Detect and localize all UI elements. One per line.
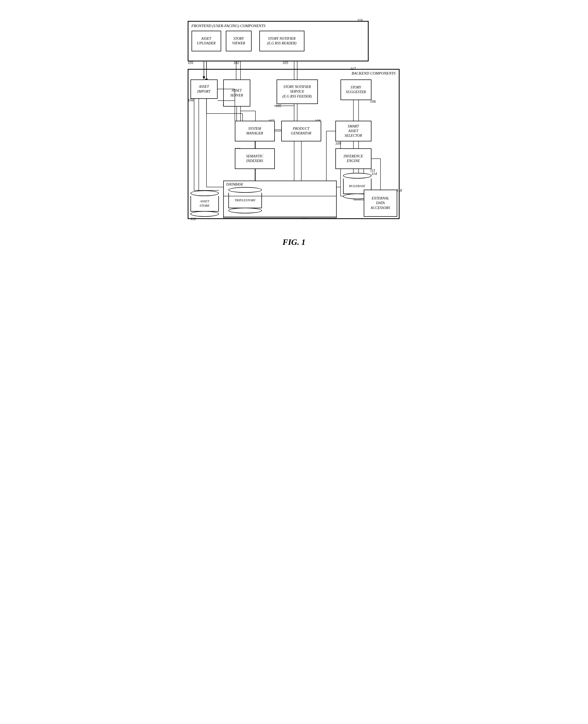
ref-114: 114 [372, 172, 377, 176]
product-generator-box: PRODUCTGENERATOR [281, 121, 321, 141]
frontend-label: FRONTEND (USER-FACING) COMPONENTS [191, 24, 266, 28]
semantic-indexers-box: SEMANTICINDEXERS [235, 148, 275, 169]
asset-uploader-label: ASSETUPLOADER [197, 36, 215, 46]
asset-store-bottom [190, 211, 219, 217]
system-diagram: 116 FRONTEND (USER-FACING) COMPONENTS AS… [183, 10, 405, 232]
asset-store-label: ASSETSTORE [200, 199, 210, 208]
database-label: DATABASE [226, 182, 243, 186]
asset-import-box: ASSETIMPORT [190, 79, 217, 99]
frontend-box: FRONTEND (USER-FACING) COMPONENTS ASSETU… [188, 21, 369, 61]
product-generator-label: PRODUCTGENERATOR [291, 126, 311, 136]
asset-store-top [190, 190, 219, 196]
system-manager-label: SYSTEMMANAGER [246, 126, 263, 136]
rulebase-label: RULEBASE [349, 184, 365, 188]
story-viewer-label: STORYVIEWER [232, 36, 245, 46]
triplestore-top [228, 187, 262, 193]
ref-103: 103 [282, 61, 289, 65]
ref-118: 118 [397, 188, 402, 193]
rulebase-top [343, 173, 372, 179]
ref-102: 102 [234, 61, 239, 65]
triplestore-bottom [228, 208, 262, 214]
asset-server-box: ASSETSERVER [223, 79, 250, 106]
story-notifier-svc-label: STORY NOTIFIERSERVICE(E.G RSS FEEDER) [282, 85, 312, 99]
system-manager-box: SYSTEMMANAGER [235, 121, 275, 141]
asset-store-body: ASSETSTORE [190, 196, 219, 212]
ref-101: 101 [188, 61, 194, 65]
external-data-label: EXTERNALDATAACCESSORS [371, 196, 390, 210]
story-notifier-fe-label: STORY NOTIFIER(E.G RSS READER) [267, 36, 296, 46]
semantic-indexers-label: SEMANTICINDEXERS [246, 154, 264, 163]
asset-store-cylinder: ASSETSTORE [190, 190, 219, 217]
ref-105: 105 [276, 104, 281, 108]
external-data-box: EXTERNALDATAACCESSORS [364, 190, 397, 217]
figure-label: FIG. 1 [183, 237, 405, 247]
asset-import-label: ASSETIMPORT [197, 84, 210, 94]
story-notifier-svc-box: STORY NOTIFIERSERVICE(E.G RSS FEEDER) [277, 79, 318, 104]
triplestore-cylinder: TRIPLESTORE [228, 187, 262, 214]
ref-117: 117 [350, 66, 356, 71]
smart-asset-selector-box: SMARTASSETSELECTOR [335, 121, 372, 141]
ref-112: 112 [190, 217, 196, 221]
triplestore-label: TRIPLESTORE [235, 198, 255, 203]
inference-engine-label: INFERENCEENGINE [344, 154, 363, 163]
smart-asset-selector-label: SMARTASSETSELECTOR [345, 124, 362, 138]
story-suggester-label: STORYSUGGESTER [346, 85, 366, 95]
asset-uploader-box: ASSETUPLOADER [191, 31, 221, 51]
backend-label: BACKEND COMPONENTS [352, 71, 395, 76]
story-viewer-box: STORYVIEWER [226, 31, 252, 51]
story-suggester-box: STORYSUGGESTER [340, 79, 372, 100]
triplestore-body: TRIPLESTORE [228, 193, 262, 208]
ref-109: 109 [335, 141, 341, 146]
asset-server-label: ASSETSERVER [230, 88, 243, 98]
story-notifier-fe-box: STORY NOTIFIER(E.G RSS READER) [259, 31, 304, 51]
inference-engine-box: INFERENCEENGINE [335, 148, 372, 169]
